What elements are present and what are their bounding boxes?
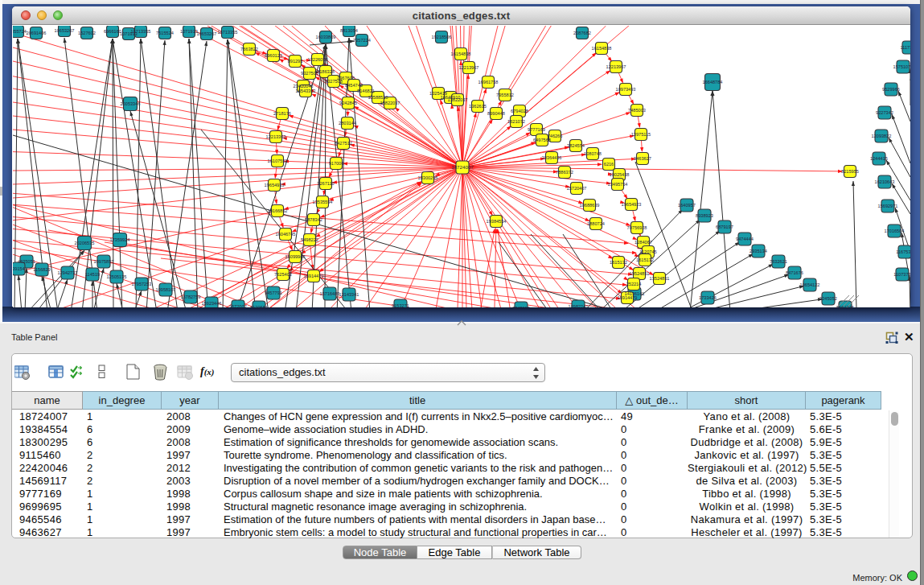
svg-text:16782759: 16782759: [181, 295, 201, 299]
svg-text:19166852: 19166852: [268, 208, 288, 213]
svg-text:3267110: 3267110: [317, 181, 334, 186]
svg-text:10654122: 10654122: [800, 282, 820, 287]
svg-text:17957253: 17957253: [132, 282, 152, 286]
svg-text:2935134: 2935134: [749, 249, 767, 253]
svg-text:13822037: 13822037: [448, 97, 468, 102]
svg-text:16154838: 16154838: [451, 51, 471, 56]
svg-text:917006: 917006: [329, 161, 344, 166]
svg-text:16107552: 16107552: [268, 159, 288, 163]
svg-text:7886372: 7886372: [556, 170, 573, 175]
svg-text:9474444: 9474444: [736, 237, 754, 241]
svg-text:7515524: 7515524: [156, 31, 174, 35]
svg-text:12093822: 12093822: [872, 134, 892, 138]
svg-text:20691406: 20691406: [27, 31, 47, 35]
svg-text:1880724: 1880724: [587, 221, 605, 226]
svg-text:4055724: 4055724: [13, 29, 27, 34]
svg-text:9463627: 9463627: [634, 156, 651, 161]
svg-text:8960123: 8960123: [265, 53, 282, 58]
svg-text:19654923: 19654923: [622, 202, 642, 207]
svg-text:15716485: 15716485: [320, 291, 340, 296]
svg-text:252214: 252214: [626, 282, 642, 286]
svg-text:1621072: 1621072: [507, 119, 525, 124]
svg-text:8454749: 8454749: [345, 83, 363, 88]
svg-text:6794028: 6794028: [511, 109, 528, 113]
svg-text:8120681: 8120681: [250, 305, 268, 307]
svg-text:1362615: 1362615: [469, 104, 487, 109]
svg-text:1167537: 1167537: [896, 249, 910, 254]
svg-text:16046745: 16046745: [276, 232, 296, 237]
svg-text:1071913: 1071913: [180, 29, 198, 34]
svg-text:8990448: 8990448: [487, 111, 505, 116]
svg-text:4635051: 4635051: [18, 259, 35, 264]
svg-text:10973493: 10973493: [616, 87, 636, 92]
svg-text:9227342: 9227342: [876, 110, 893, 115]
svg-text:3824554: 3824554: [567, 143, 585, 148]
svg-text:8215955: 8215955: [841, 169, 859, 174]
svg-text:6879197: 6879197: [716, 225, 733, 229]
svg-text:16713355: 16713355: [218, 30, 238, 35]
svg-text:10653267: 10653267: [55, 28, 75, 33]
svg-text:13535594: 13535594: [313, 200, 333, 204]
svg-text:13975115: 13975115: [631, 132, 651, 137]
svg-text:20364436: 20364436: [542, 155, 562, 160]
svg-text:16154838: 16154838: [592, 46, 612, 51]
svg-text:891295: 891295: [288, 59, 303, 64]
svg-text:16961758: 16961758: [478, 80, 499, 84]
svg-text:16543362: 16543362: [296, 89, 316, 93]
svg-text:7632621: 7632621: [770, 259, 787, 264]
svg-text:13822037: 13822037: [380, 101, 400, 105]
svg-text:7663822: 7663822: [240, 47, 258, 51]
svg-text:18724007: 18724007: [451, 164, 474, 170]
svg-text:1615132: 1615132: [636, 257, 654, 262]
svg-text:16713355: 16713355: [131, 29, 151, 34]
svg-text:1640957: 1640957: [678, 203, 696, 208]
svg-text:1117353: 1117353: [901, 45, 910, 50]
svg-text:12505135: 12505135: [107, 274, 127, 279]
svg-text:1107373: 1107373: [893, 272, 910, 277]
svg-text:19218506: 19218506: [432, 35, 452, 39]
svg-text:1080748: 1080748: [584, 151, 602, 156]
svg-text:12213967: 12213967: [606, 64, 626, 69]
svg-text:7357224: 7357224: [353, 38, 371, 43]
svg-text:12213967: 12213967: [459, 65, 479, 70]
svg-text:7955812: 7955812: [496, 93, 514, 97]
svg-text:20206535: 20206535: [75, 241, 95, 245]
svg-text:39154: 39154: [13, 266, 25, 271]
svg-text:8938923: 8938923: [696, 213, 713, 218]
svg-text:10025438: 10025438: [610, 172, 630, 177]
svg-text:9245052: 9245052: [819, 296, 837, 301]
svg-text:17359924: 17359924: [110, 237, 130, 242]
svg-text:70756928: 70756928: [627, 225, 647, 230]
svg-text:1244415: 1244415: [870, 156, 888, 161]
svg-text:13143341: 13143341: [339, 292, 359, 297]
svg-text:1615132: 1615132: [610, 260, 627, 265]
svg-text:9146821: 9146821: [357, 89, 375, 93]
svg-text:2087682: 2087682: [573, 31, 591, 35]
svg-text:1120745: 1120745: [639, 249, 656, 254]
svg-text:10958107: 10958107: [156, 287, 176, 292]
svg-text:9664245: 9664245: [836, 305, 854, 307]
svg-text:10975857: 10975857: [94, 259, 114, 264]
svg-text:20053346: 20053346: [121, 101, 141, 106]
svg-text:10688639: 10688639: [580, 203, 600, 208]
svg-text:19384554: 19384554: [487, 219, 507, 224]
svg-text:2803144: 2803144: [339, 121, 356, 126]
svg-text:10982241: 10982241: [569, 304, 589, 307]
svg-text:16914479: 16914479: [618, 295, 638, 300]
svg-text:5498222: 5498222: [301, 237, 318, 242]
svg-text:16033809: 16033809: [316, 35, 336, 39]
svg-text:9672002: 9672002: [229, 304, 247, 307]
svg-text:15692971: 15692971: [878, 204, 898, 208]
svg-text:8813054: 8813054: [340, 28, 358, 33]
svg-text:12213363: 12213363: [266, 134, 286, 139]
svg-text:13588520: 13588520: [368, 95, 388, 100]
svg-text:114519: 114519: [85, 272, 100, 277]
svg-text:9327505: 9327505: [301, 71, 318, 76]
svg-text:16210643: 16210643: [875, 179, 895, 184]
svg-text:9242845: 9242845: [339, 101, 357, 105]
svg-text:2967608: 2967608: [337, 76, 355, 80]
svg-text:9457791: 9457791: [265, 290, 282, 295]
svg-text:8471676: 8471676: [786, 270, 803, 275]
svg-text:13524851: 13524851: [650, 276, 670, 281]
svg-text:13495754: 13495754: [608, 182, 628, 187]
